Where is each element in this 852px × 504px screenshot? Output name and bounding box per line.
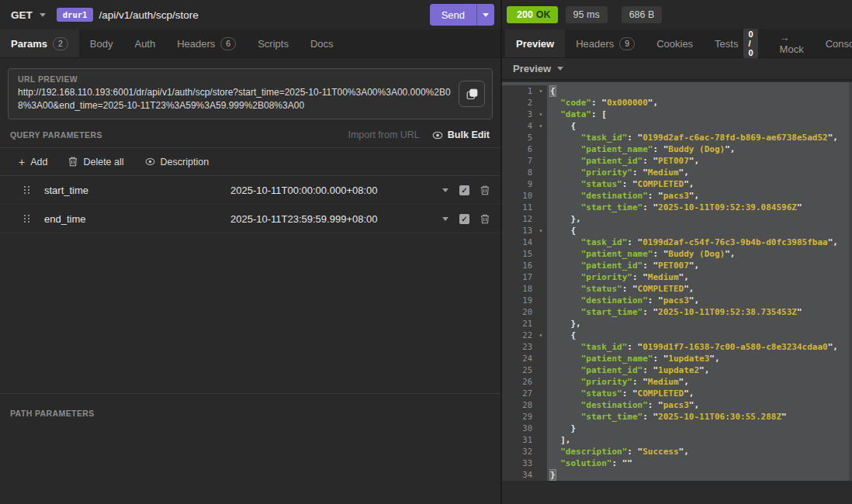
bulk-edit-button[interactable]: Bulk Edit: [432, 129, 490, 140]
response-tab-mock[interactable]: → Mock: [769, 29, 815, 57]
fold-toggle-icon: [535, 167, 547, 178]
eye-icon: [432, 131, 443, 140]
line-number: 18: [502, 283, 535, 295]
delete-all-button[interactable]: Delete all: [68, 157, 123, 167]
api-client-window: GET drur1 /api/v1/auth/scp/store Send Pa…: [0, 0, 852, 504]
code-line: 31 ],: [502, 434, 852, 446]
method-select[interactable]: GET: [11, 9, 46, 21]
code-text: "description": "Success",: [547, 446, 852, 457]
fold-toggle-icon: [535, 97, 547, 109]
code-line: 12 },: [502, 213, 852, 225]
param-enabled-checkbox[interactable]: ✓: [459, 185, 469, 195]
tab-label: Preview: [516, 38, 554, 50]
send-options-button[interactable]: [476, 4, 494, 26]
tab-label: Headers: [576, 38, 614, 50]
line-number: 9: [502, 178, 535, 190]
environment-badge[interactable]: drur1: [57, 8, 94, 22]
fold-toggle-icon: [535, 190, 547, 202]
line-number: 8: [502, 167, 535, 178]
line-number: 13: [502, 225, 535, 236]
fold-toggle-icon: [535, 248, 547, 260]
code-line: 34}: [502, 469, 852, 481]
code-text: "start_time": "2025-10-11T09:52:39.08459…: [547, 202, 852, 213]
tab-auth[interactable]: Auth: [123, 29, 166, 57]
code-line: 33 "solution": "": [502, 457, 852, 469]
param-name-field[interactable]: end_time: [44, 213, 230, 225]
response-tab-console[interactable]: Console: [815, 29, 852, 57]
send-button[interactable]: Send: [430, 4, 494, 26]
tab-scripts[interactable]: Scripts: [247, 29, 300, 57]
drag-handle-icon[interactable]: [24, 215, 32, 223]
fold-toggle-icon: [535, 318, 547, 330]
fold-toggle-icon[interactable]: ▾: [535, 109, 547, 120]
fold-toggle-icon[interactable]: ▾: [535, 120, 547, 132]
code-line: 14 "task_id": "0199d2af-c54f-76c3-9b4b-d…: [502, 236, 852, 248]
tab-label: Scripts: [258, 38, 289, 50]
tab-label: Body: [90, 38, 113, 50]
fold-toggle-icon[interactable]: ▾: [535, 85, 547, 97]
description-button[interactable]: Description: [145, 157, 210, 167]
preview-mode-select[interactable]: Preview: [502, 58, 852, 81]
code-text: {: [547, 85, 852, 97]
code-text: },: [547, 318, 852, 330]
response-tab-preview[interactable]: Preview: [505, 29, 565, 57]
code-line: 16 "patient_id": "PET007",: [502, 260, 852, 271]
code-text: "patient_id": "1update2",: [547, 364, 852, 376]
response-tab-headers[interactable]: Headers9: [565, 29, 646, 57]
fold-toggle-icon[interactable]: ▾: [535, 330, 547, 341]
drag-handle-icon[interactable]: [24, 186, 32, 194]
tab-label: → Mock: [780, 32, 804, 55]
code-line: 8 "priority": "Medium",: [502, 167, 852, 178]
param-value-field[interactable]: 2025-10-11T00:00:00.000+08:00: [230, 185, 442, 196]
code-line: 3▾ "data": [: [502, 109, 852, 120]
query-parameters-header: QUERY PARAMETERS Import from URL Bulk Ed…: [0, 123, 500, 147]
request-bar: GET drur1 /api/v1/auth/scp/store Send: [0, 0, 500, 29]
param-enabled-checkbox[interactable]: ✓: [459, 214, 469, 224]
import-from-url-button[interactable]: Import from URL: [348, 129, 419, 140]
code-text: "patient_id": "PET007",: [547, 155, 852, 167]
line-number: 16: [502, 260, 535, 271]
path-parameters-title: PATH PARAMETERS: [10, 409, 95, 418]
delete-param-button[interactable]: [480, 214, 490, 224]
code-line: 1▾{: [502, 85, 852, 97]
tab-headers[interactable]: Headers6: [166, 29, 247, 57]
chevron-down-icon: [557, 67, 563, 71]
response-tab-tests[interactable]: Tests0 / 0: [704, 29, 768, 57]
fold-toggle-icon[interactable]: ▾: [535, 225, 547, 236]
query-parameters-table: start_time2025-10-11T00:00:00.000+08:00✓…: [0, 176, 500, 233]
response-tab-cookies[interactable]: Cookies: [646, 29, 704, 57]
code-text: "data": [: [547, 109, 852, 120]
tab-count-badge: 9: [619, 37, 635, 50]
tab-label: Console: [826, 38, 852, 50]
status-code: 200: [514, 9, 533, 20]
param-value-field[interactable]: 2025-10-11T23:59:59.999+08:00: [230, 213, 442, 225]
add-param-button[interactable]: + Add: [19, 157, 47, 167]
param-row: start_time2025-10-11T00:00:00.000+08:00✓: [0, 176, 500, 205]
fold-toggle-icon: [535, 364, 547, 376]
fold-toggle-icon: [535, 178, 547, 190]
chevron-down-icon[interactable]: [442, 217, 449, 221]
code-line: 27 "status": "COMPLETED",: [502, 388, 852, 399]
eye-icon: [145, 157, 155, 166]
tab-params[interactable]: Params2: [0, 29, 79, 57]
response-tabs: PreviewHeaders9CookiesTests0 / 0→ MockCo…: [502, 29, 852, 58]
fold-toggle-icon: [535, 132, 547, 143]
request-url-input[interactable]: /api/v1/auth/scp/store: [99, 9, 198, 21]
copy-url-button[interactable]: [459, 81, 485, 107]
response-body-editor[interactable]: 1▾{2 "code": "0x000000",3▾ "data": [4▾ {…: [502, 82, 852, 481]
code-line: 22▾ {: [502, 330, 852, 341]
param-name-field[interactable]: start_time: [44, 185, 230, 196]
tab-count-badge: 6: [220, 37, 236, 50]
fold-toggle-icon: [535, 423, 547, 434]
line-number: 24: [502, 353, 535, 364]
tab-docs[interactable]: Docs: [300, 29, 345, 57]
tab-body[interactable]: Body: [79, 29, 124, 57]
delete-all-label: Delete all: [83, 157, 123, 167]
line-number: 11: [502, 202, 535, 213]
path-parameters-section: PATH PARAMETERS: [0, 393, 500, 504]
code-line: 20 "start_time": "2025-10-11T09:52:38.73…: [502, 306, 852, 318]
code-line: 6 "patient_name": "Buddy (Dog)",: [502, 143, 852, 155]
code-text: "solution": "": [547, 457, 852, 469]
delete-param-button[interactable]: [480, 185, 490, 195]
chevron-down-icon[interactable]: [442, 188, 449, 192]
